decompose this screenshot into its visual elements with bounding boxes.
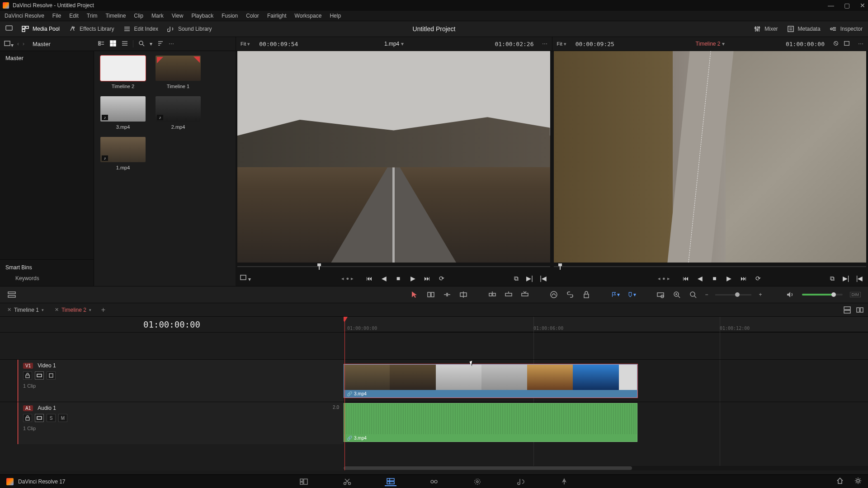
tab2-close-icon[interactable]: ✕ bbox=[55, 307, 59, 313]
source-viewer-screen[interactable] bbox=[237, 51, 550, 263]
page-color[interactable] bbox=[472, 477, 483, 486]
zoom-full[interactable] bbox=[656, 290, 665, 299]
a1-solo[interactable]: S bbox=[47, 414, 56, 422]
audio-clip-3mp4[interactable]: 🔗3.mp4 bbox=[344, 403, 637, 442]
zoom-custom[interactable] bbox=[689, 290, 698, 299]
source-overlay-dropdown[interactable]: ▾ bbox=[240, 275, 251, 282]
menu-help[interactable]: Help bbox=[330, 13, 341, 19]
menu-trim[interactable]: Trim bbox=[87, 13, 98, 19]
timeline-match-frame[interactable]: ⧉ bbox=[828, 274, 836, 282]
retime-curve[interactable] bbox=[549, 290, 558, 299]
edit-index-toggle[interactable]: Edit Index bbox=[123, 25, 158, 33]
v1-disable[interactable] bbox=[47, 371, 56, 380]
insert-clip[interactable] bbox=[488, 290, 497, 299]
source-jog[interactable]: ◂●▸ bbox=[341, 276, 354, 282]
timeline-scrubber[interactable] bbox=[554, 263, 867, 271]
view-strip-icon[interactable] bbox=[121, 40, 128, 48]
selection-tool[interactable] bbox=[410, 290, 419, 299]
a1-lock[interactable] bbox=[23, 414, 32, 422]
nav-fwd[interactable]: › bbox=[23, 41, 24, 47]
menu-color[interactable]: Color bbox=[246, 13, 259, 19]
menu-workspace[interactable]: Workspace bbox=[295, 13, 322, 19]
a1-badge[interactable]: A1 bbox=[23, 405, 33, 411]
a1-mute[interactable]: M bbox=[58, 414, 67, 422]
page-fusion[interactable] bbox=[428, 477, 440, 486]
zoom-out[interactable]: − bbox=[705, 291, 708, 298]
source-play[interactable]: ▶ bbox=[409, 274, 417, 282]
dynamic-trim-tool[interactable] bbox=[443, 290, 452, 299]
master-bin[interactable]: Master bbox=[5, 55, 88, 61]
trim-tool[interactable] bbox=[426, 290, 435, 299]
source-in-out-prev[interactable]: |◀ bbox=[539, 274, 547, 282]
timeline-current-tc[interactable]: 01:00:00:00 bbox=[143, 319, 200, 329]
pool-menu[interactable]: ⋯ bbox=[169, 41, 174, 47]
view-list-icon[interactable] bbox=[98, 40, 105, 48]
menu-fairlight[interactable]: Fairlight bbox=[267, 13, 287, 19]
v1-patch[interactable] bbox=[0, 360, 17, 402]
inspector-toggle[interactable]: Inspector bbox=[830, 25, 863, 33]
timeline-play[interactable]: ▶ bbox=[725, 274, 733, 282]
breadcrumb-master[interactable]: Master bbox=[33, 41, 51, 47]
timeline-zoom-fit[interactable]: Fit bbox=[557, 41, 566, 47]
source-scrubber[interactable] bbox=[237, 263, 550, 271]
timeline-view-options[interactable] bbox=[7, 290, 16, 299]
source-loop[interactable]: ⟳ bbox=[438, 274, 446, 282]
timeline-prev-frame[interactable]: ◀ bbox=[696, 274, 704, 282]
volume-slider[interactable] bbox=[802, 294, 843, 296]
source-clip-name[interactable]: 1.mp4 bbox=[384, 41, 404, 47]
timeline-stop[interactable]: ■ bbox=[711, 274, 719, 282]
timeline-mark-next[interactable]: ▶| bbox=[842, 274, 850, 282]
page-cut[interactable] bbox=[341, 477, 353, 486]
add-timeline-tab[interactable]: + bbox=[98, 306, 109, 314]
menu-playback[interactable]: Playback bbox=[191, 13, 213, 19]
pool-item-3mp4[interactable]: ♪ 3.mp4 bbox=[100, 96, 146, 130]
v1-lock[interactable] bbox=[23, 371, 32, 380]
timeline-hscroll[interactable] bbox=[344, 466, 868, 470]
timeline-viewer-name[interactable]: Timeline 2 bbox=[696, 41, 725, 47]
mixer-toggle[interactable]: Mixer bbox=[754, 25, 778, 33]
v1-track-content[interactable]: 🔗3.mp4 bbox=[344, 359, 868, 402]
source-prev-frame[interactable]: ◀ bbox=[380, 274, 388, 282]
timeline-next-frame[interactable]: ⏭ bbox=[740, 274, 748, 282]
source-next-frame[interactable]: ⏭ bbox=[423, 274, 431, 282]
fullscreen-icon[interactable] bbox=[5, 25, 13, 33]
pool-item-1mp4[interactable]: ♪ 1.mp4 bbox=[100, 137, 146, 170]
page-media[interactable] bbox=[298, 477, 310, 486]
source-first-frame[interactable]: ⏮ bbox=[365, 274, 373, 282]
bin-view-dropdown[interactable]: ▾ bbox=[4, 40, 14, 48]
page-edit[interactable] bbox=[385, 477, 396, 486]
dim-button[interactable]: DIM bbox=[850, 292, 861, 297]
timeline-jog[interactable]: ◂●▸ bbox=[658, 276, 670, 282]
timeline-loop[interactable]: ⟳ bbox=[754, 274, 762, 282]
timeline-opts-icon[interactable] bbox=[855, 305, 864, 314]
replace-clip[interactable] bbox=[520, 290, 529, 299]
menu-clip[interactable]: Clip bbox=[134, 13, 143, 19]
effects-library-toggle[interactable]: Effects Library bbox=[69, 25, 114, 33]
menu-fusion[interactable]: Fusion bbox=[222, 13, 238, 19]
timeline-mark-prev[interactable]: |◀ bbox=[855, 274, 863, 282]
pool-item-timeline2[interactable]: Timeline 2 bbox=[100, 56, 146, 89]
video-clip-3mp4[interactable]: 🔗3.mp4 bbox=[344, 364, 637, 398]
nav-back[interactable]: ‹ bbox=[17, 41, 19, 47]
home-icon[interactable] bbox=[836, 477, 844, 486]
blade-tool[interactable] bbox=[459, 290, 468, 299]
pool-item-2mp4[interactable]: ♪ 2.mp4 bbox=[156, 96, 201, 130]
single-viewer-icon[interactable] bbox=[844, 40, 850, 48]
project-settings-icon[interactable] bbox=[854, 477, 862, 486]
overwrite-clip[interactable] bbox=[504, 290, 513, 299]
mute-icon[interactable] bbox=[786, 290, 795, 299]
zoom-in[interactable]: + bbox=[759, 291, 762, 298]
metadata-toggle[interactable]: Metadata bbox=[787, 25, 821, 33]
timeline-viewer-screen[interactable]: ▶| ▶| bbox=[554, 51, 867, 263]
page-fairlight[interactable] bbox=[515, 477, 527, 486]
flag-dropdown[interactable]: ▾ bbox=[611, 290, 620, 299]
timeline-tab-2[interactable]: ✕ Timeline 2 ▾ bbox=[50, 305, 96, 315]
timeline-stack-icon[interactable] bbox=[843, 305, 852, 314]
marker-dropdown[interactable]: ▾ bbox=[627, 290, 636, 299]
link-toggle[interactable] bbox=[566, 290, 575, 299]
view-thumb-icon[interactable] bbox=[109, 40, 117, 48]
source-menu[interactable]: ⋯ bbox=[542, 41, 547, 47]
menu-davinci[interactable]: DaVinci Resolve bbox=[5, 13, 44, 19]
timeline-first-frame[interactable]: ⏮ bbox=[682, 274, 690, 282]
maximize-button[interactable]: ▢ bbox=[844, 2, 850, 9]
